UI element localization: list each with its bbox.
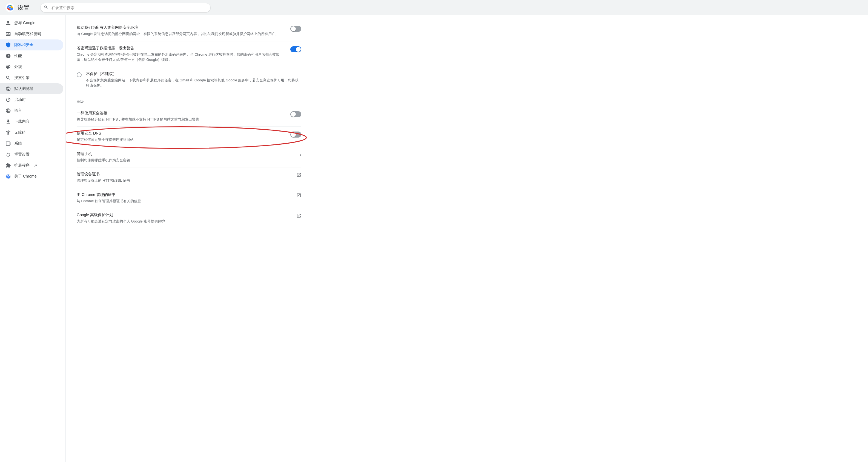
sidebar-label-about: 关于 Chrome — [14, 174, 37, 179]
setting-no-protection: 不保护（不建议） 不会保护您免受危险网站、下载内容和扩展程序的侵害，在 Gmai… — [77, 67, 301, 93]
chevron-right-icon: › — [300, 152, 301, 158]
setting-title-chrome-certs: 由 Chrome 管理的证书 — [77, 192, 292, 197]
sidebar-label-performance: 性能 — [14, 54, 22, 58]
toggle-always-https[interactable] — [290, 111, 301, 117]
sidebar-label-privacy: 隐私和安全 — [14, 42, 33, 48]
setting-text-password-leak: 若密码遭遇了数据泄露，发出警告 Chrome 会定期检查您的密码是否已被列在网上… — [77, 46, 286, 62]
external-link-icon: ↗ — [34, 163, 37, 168]
toggle-control-always-https — [290, 111, 301, 117]
sidebar-label-accessibility: 无障碍 — [14, 130, 26, 135]
layout: 您与 Google 自动填充和密码 隐私和安全 性能 外观 — [0, 16, 868, 462]
ext-link-control-google-advanced — [297, 213, 301, 219]
toggle-help-improve[interactable] — [290, 26, 301, 32]
main-content: 帮助我们为所有人改善网络安全环境 向 Google 发送您访问的部分网页的网址、… — [66, 16, 312, 462]
setting-text-secure-dns: 使用安全 DNS 确定如何通过安全连接来连接到网站 — [77, 131, 286, 143]
setting-title-secure-dns: 使用安全 DNS — [77, 131, 286, 136]
toggle-secure-dns[interactable] — [290, 131, 301, 137]
sidebar-label-reset: 重置设置 — [14, 152, 30, 157]
setting-title-no-protection: 不保护（不建议） — [86, 71, 301, 76]
sidebar-item-autofill[interactable]: 自动填充和密码 — [0, 29, 63, 39]
setting-manage-certs[interactable]: 管理设备证书 管理您设备上的 HTTPS/SSL 证书 — [77, 167, 301, 188]
sidebar-item-reset[interactable]: 重置设置 — [0, 149, 63, 160]
setting-title-google-advanced: Google 高级保护计划 — [77, 213, 292, 218]
top-bar: 设置 — [0, 0, 868, 16]
sidebar-item-downloads[interactable]: 下载内容 — [0, 116, 63, 127]
search-bar — [40, 3, 210, 12]
setting-title-help-improve: 帮助我们为所有人改善网络安全环境 — [77, 25, 286, 30]
sidebar-item-accessibility[interactable]: 无障碍 — [0, 127, 63, 138]
setting-secure-dns: 使用安全 DNS 确定如何通过安全连接来连接到网站 — [77, 127, 301, 147]
sidebar-item-language[interactable]: 语言 — [0, 105, 63, 116]
sidebar-item-default-browser[interactable]: 默认浏览器 — [0, 83, 63, 94]
search-sidebar-icon — [5, 75, 11, 81]
chrome-logo-icon — [5, 3, 14, 12]
ext-link-control-manage-certs — [297, 172, 301, 179]
sidebar-label-search: 搜索引擎 — [14, 75, 30, 80]
sidebar-item-privacy[interactable]: 隐私和安全 — [0, 39, 63, 51]
section-advanced: 高级 一律使用安全连接 将导航路径升级到 HTTPS，并在加载不支持 HTTPS… — [77, 95, 301, 228]
sidebar-label-appearance: 外观 — [14, 64, 22, 69]
setting-manage-phone[interactable]: 管理手机 控制您使用哪些手机作为安全密钥 › — [77, 147, 301, 168]
toggle-control-password-leak — [290, 46, 301, 52]
setting-google-advanced[interactable]: Google 高级保护计划 为所有可能会遭到定向攻击的个人 Google 账号提… — [77, 208, 301, 228]
sidebar-item-google[interactable]: 您与 Google — [0, 18, 63, 29]
section-header-advanced: 高级 — [77, 95, 301, 106]
sidebar-item-system[interactable]: 系统 — [0, 138, 63, 149]
setting-title-password-leak: 若密码遭遇了数据泄露，发出警告 — [77, 46, 286, 51]
setting-title-manage-phone: 管理手机 — [77, 152, 295, 156]
setting-desc-password-leak: Chrome 会定期检查您的密码是否已被列在网上发布的外泄密码列表内。当 Chr… — [77, 52, 286, 62]
setting-desc-manage-certs: 管理您设备上的 HTTPS/SSL 证书 — [77, 178, 292, 183]
setting-title-always-https: 一律使用安全连接 — [77, 111, 286, 116]
sidebar: 您与 Google 自动填充和密码 隐私和安全 性能 外观 — [0, 16, 66, 462]
language-icon — [5, 108, 11, 114]
extensions-icon — [5, 163, 11, 168]
radio-no-protection[interactable] — [77, 72, 82, 77]
toggle-control-help-improve — [290, 26, 301, 32]
main-wrapper: 帮助我们为所有人改善网络安全环境 向 Google 发送您访问的部分网页的网址、… — [66, 16, 868, 462]
setting-text-chrome-certs: 由 Chrome 管理的证书 与 Chrome 如何管理其根证书有关的信息 — [77, 192, 292, 204]
accessibility-icon — [5, 130, 11, 135]
download-icon — [5, 119, 11, 124]
sidebar-label-google: 您与 Google — [14, 21, 35, 26]
sidebar-label-autofill: 自动填充和密码 — [14, 32, 41, 36]
setting-desc-manage-phone: 控制您使用哪些手机作为安全密钥 — [77, 158, 295, 163]
toggle-password-leak[interactable] — [290, 46, 301, 52]
sidebar-item-extensions[interactable]: 扩展程序 ↗ — [0, 160, 63, 171]
about-icon — [5, 174, 11, 179]
sidebar-label-extensions: 扩展程序 — [14, 163, 30, 168]
sidebar-item-search[interactable]: 搜索引擎 — [0, 72, 63, 83]
setting-text-manage-phone: 管理手机 控制您使用哪些手机作为安全密钥 — [77, 152, 295, 163]
toggle-control-secure-dns — [290, 131, 301, 137]
reset-icon — [5, 152, 11, 157]
setting-always-https: 一律使用安全连接 将导航路径升级到 HTTPS，并在加载不支持 HTTPS 的网… — [77, 106, 301, 127]
setting-text: 帮助我们为所有人改善网络安全环境 向 Google 发送您访问的部分网页的网址、… — [77, 25, 286, 37]
external-link-google-advanced-icon — [297, 213, 301, 219]
appearance-icon — [5, 64, 11, 70]
setting-chrome-certs[interactable]: 由 Chrome 管理的证书 与 Chrome 如何管理其根证书有关的信息 — [77, 188, 301, 209]
setting-desc-help-improve: 向 Google 发送您访问的部分网页的网址、有限的系统信息以及部分网页内容，以… — [77, 31, 286, 37]
sidebar-label-downloads: 下载内容 — [14, 119, 30, 124]
startup-icon — [5, 97, 11, 102]
setting-text-always-https: 一律使用安全连接 将导航路径升级到 HTTPS，并在加载不支持 HTTPS 的网… — [77, 111, 286, 122]
performance-icon — [5, 53, 11, 59]
setting-desc-secure-dns: 确定如何通过安全连接来连接到网站 — [77, 137, 286, 143]
arrow-control-manage-phone: › — [300, 152, 301, 158]
setting-title-manage-certs: 管理设备证书 — [77, 172, 292, 177]
setting-password-leak: 若密码遭遇了数据泄露，发出警告 Chrome 会定期检查您的密码是否已被列在网上… — [77, 41, 301, 67]
setting-desc-always-https: 将导航路径升级到 HTTPS，并在加载不支持 HTTPS 的网站之前向您发出警告 — [77, 117, 286, 122]
setting-help-improve: 帮助我们为所有人改善网络安全环境 向 Google 发送您访问的部分网页的网址、… — [77, 21, 301, 41]
setting-text-no-protection: 不保护（不建议） 不会保护您免受危险网站、下载内容和扩展程序的侵害，在 Gmai… — [86, 71, 301, 88]
search-input[interactable] — [40, 3, 210, 12]
sidebar-label-default-browser: 默认浏览器 — [14, 86, 33, 91]
sidebar-label-language: 语言 — [14, 108, 22, 113]
sidebar-item-performance[interactable]: 性能 — [0, 51, 63, 61]
dns-row-wrapper: 使用安全 DNS 确定如何通过安全连接来连接到网站 — [77, 127, 301, 147]
setting-desc-chrome-certs: 与 Chrome 如何管理其根证书有关的信息 — [77, 198, 292, 204]
sidebar-item-startup[interactable]: 启动时 — [0, 94, 63, 105]
sidebar-item-about[interactable]: 关于 Chrome — [0, 171, 63, 182]
search-icon — [44, 5, 48, 10]
external-link-certs-icon — [297, 172, 301, 179]
sidebar-item-appearance[interactable]: 外观 — [0, 61, 63, 72]
svg-point-6 — [8, 175, 9, 176]
ext-link-control-chrome-certs — [297, 193, 301, 199]
